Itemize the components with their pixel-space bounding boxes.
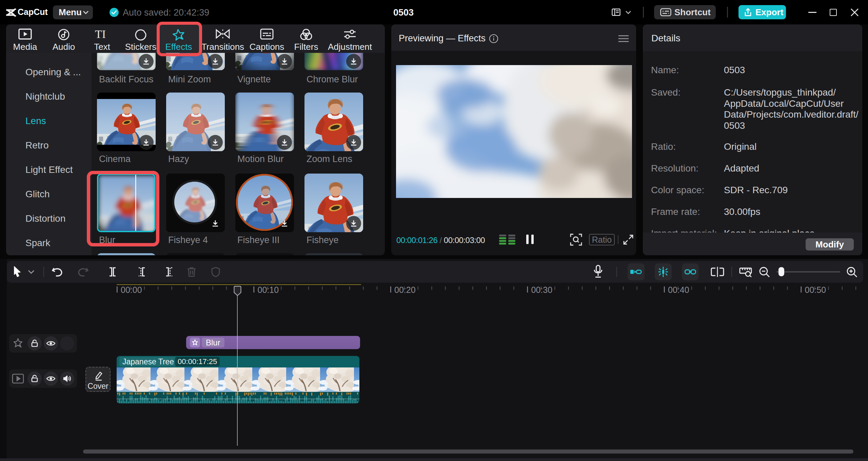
svg-text:00:50: 00:50 [805,285,826,295]
svg-text:00:40: 00:40 [668,285,689,295]
svg-text:00:30: 00:30 [531,285,553,295]
svg-text:TI: TI [95,28,106,40]
svg-text:00:10: 00:10 [258,285,279,295]
svg-text:00:00: 00:00 [121,285,142,295]
svg-text:00:20: 00:20 [394,285,416,295]
